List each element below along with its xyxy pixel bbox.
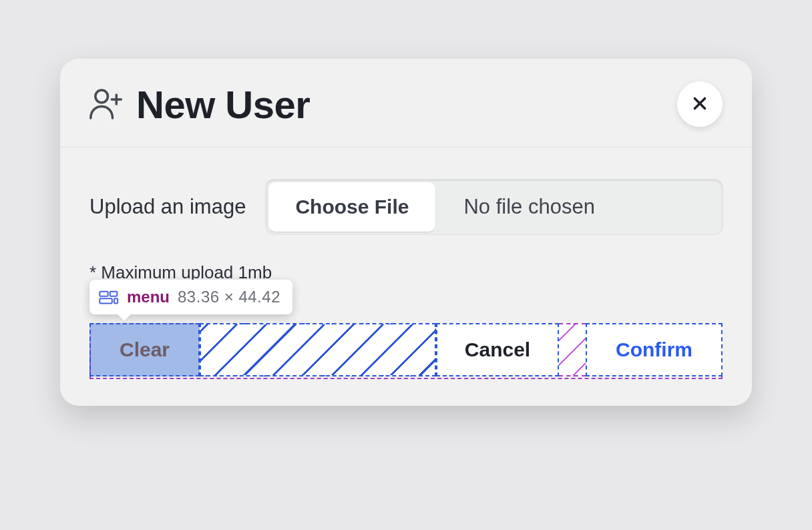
devtools-element-tag: menu	[127, 288, 170, 306]
flexbox-badge-icon	[99, 290, 119, 304]
svg-rect-8	[114, 298, 118, 303]
user-plus-icon	[87, 85, 124, 123]
file-chosen-text: No file chosen	[438, 180, 723, 234]
upload-row: Upload an image Choose File No file chos…	[89, 180, 723, 234]
upload-label: Upload an image	[89, 195, 246, 219]
close-icon	[691, 91, 708, 117]
close-button[interactable]	[677, 81, 723, 127]
confirm-button[interactable]: Confirm	[586, 323, 723, 376]
svg-rect-6	[110, 292, 118, 296]
new-user-modal: New User Upload an image Choose File No …	[60, 59, 752, 406]
flex-spacer	[200, 323, 436, 376]
confirm-button-label: Confirm	[616, 338, 692, 361]
modal-title: New User	[136, 82, 677, 127]
devtools-element-dimensions: 83.36 × 44.42	[178, 288, 280, 306]
cancel-button-label: Cancel	[465, 338, 530, 361]
svg-rect-5	[99, 292, 108, 296]
actions-flex-container: Clear Cancel Confirm	[89, 323, 723, 379]
devtools-tooltip: menu 83.36 × 44.42	[89, 280, 292, 314]
svg-point-0	[95, 90, 108, 103]
modal-footer: Clear Cancel Confirm	[60, 302, 752, 406]
clear-button[interactable]: Clear	[89, 323, 200, 376]
svg-rect-7	[99, 298, 112, 303]
file-picker: Choose File No file chosen	[266, 180, 723, 234]
clear-button-label: Clear	[120, 338, 170, 361]
flex-gap	[559, 323, 586, 376]
cancel-button[interactable]: Cancel	[436, 323, 559, 376]
modal-header: New User	[60, 59, 752, 148]
choose-file-button[interactable]: Choose File	[268, 182, 435, 232]
modal-body: Upload an image Choose File No file chos…	[60, 148, 752, 302]
